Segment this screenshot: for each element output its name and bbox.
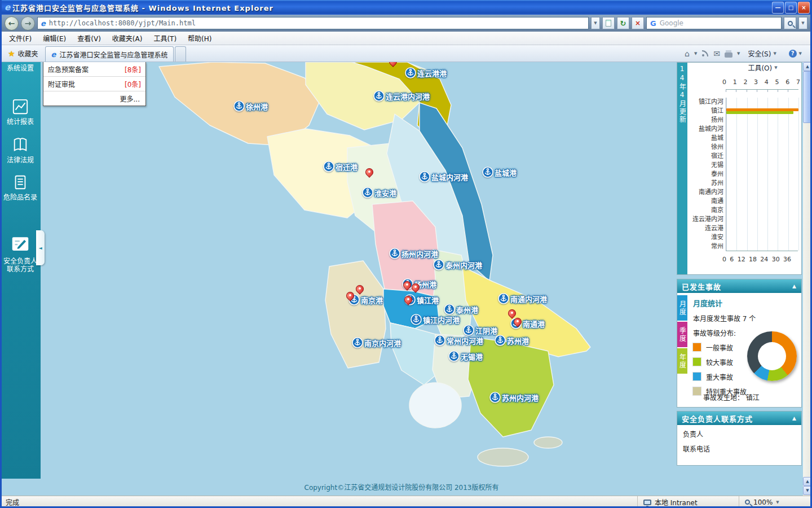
security-zone[interactable]: 本地 Intranet [637,496,739,508]
port-marker[interactable]: 宿迁港 [323,161,358,172]
collapse-arrow-icon[interactable]: ▲ [792,415,797,421]
bar-category-label: 镇江内河 [687,98,723,107]
port-marker[interactable]: 江阴港 [463,325,497,336]
port-label: 镇江内河港 [423,314,460,325]
anchor-icon [495,335,506,346]
anchor-icon [323,161,334,172]
scroll-down-button[interactable]: ▼ [803,486,812,495]
search-input[interactable]: G Google [646,17,782,29]
new-tab-stub[interactable] [175,46,186,62]
bar-categories: 镇江内河镇江扬州盐城内河盐城徐州宿迁无锡泰州苏州南通内河南通南京连云港内河连云港… [687,98,723,251]
map-pin-icon[interactable] [404,296,413,305]
quick-panel-row[interactable]: 附证审批 [0条] [43,77,145,91]
map-pin-icon[interactable] [355,285,364,294]
menu-item[interactable]: 收藏夹(A) [107,32,148,45]
map-pin-icon[interactable] [411,283,420,292]
toolbar-button[interactable]: 安全(S)▼ [744,46,780,60]
mail-button[interactable]: ✉ [713,49,720,58]
favorites-button[interactable]: ★ 收藏夹 [3,45,43,62]
sidebar-item-safety-contacts[interactable]: 安全负责人联系方式 [0,233,41,273]
forward-button[interactable]: → [21,16,35,30]
back-button[interactable]: ← [5,16,19,30]
port-marker[interactable]: 泰州内河港 [433,259,482,270]
refresh-button[interactable]: ↻ [617,17,629,29]
tab-main[interactable]: e 江苏省港口安全监管与应急管理系统 [45,46,174,62]
axis-tick-label: 7 [796,78,800,86]
toolbar-button[interactable]: 工具(O)▼ [744,60,780,75]
close-button[interactable]: × [798,2,810,14]
quick-panel-row[interactable]: 应急预案备案 [8条] [43,62,145,77]
print-button[interactable] [725,52,732,58]
port-marker[interactable]: 盐城港 [482,167,517,178]
port-marker[interactable]: 苏州内河港 [489,392,539,403]
vertical-scrollbar[interactable]: ▲ ▲ ▼ [803,62,812,496]
map-pin-icon[interactable] [508,309,517,318]
chevron-down-icon[interactable]: ▼ [737,51,740,56]
scrollbar-thumb[interactable] [803,71,812,123]
help-button[interactable]: ? ▼ [785,47,805,60]
address-dropdown-button[interactable]: ▼ [591,17,600,29]
sidebar-item-dangerous-goods[interactable]: 危险品名录 [0,174,41,202]
port-marker[interactable]: 南通内河港 [498,293,547,304]
collapse-arrow-icon[interactable]: ▲ [792,283,797,289]
menu-item[interactable]: 查看(V) [72,32,107,45]
feeds-icon[interactable] [701,50,709,57]
title-bar: e 江苏省港口安全监管与应急管理系统 - Windows Internet Ex… [0,0,812,15]
port-marker[interactable]: 徐州港 [233,100,268,112]
sidebar-item-system-settings[interactable]: 系统设置 [0,63,41,72]
port-marker[interactable]: 南京内河港 [352,337,401,348]
port-marker[interactable]: 常州内河港 [434,335,483,346]
tab-季度[interactable]: 季度 [677,322,687,347]
home-button[interactable]: ⌂ [685,49,690,58]
menu-item[interactable]: 工具(T) [148,32,182,45]
tab-年度[interactable]: 年度 [677,348,687,374]
address-input[interactable]: e http://localhost:8080/yjpt/Main.html [37,17,589,29]
anchor-icon [434,335,445,346]
port-marker[interactable]: 镇江内河港 [411,314,460,325]
maximize-button[interactable]: □ [785,2,797,14]
port-marker[interactable]: 无锡港 [448,351,483,362]
contact-panel: 安全负责人联系方式 ▲ 负责人联系电话 [677,411,802,466]
port-marker[interactable]: 连云港内河港 [373,90,430,102]
map-pin-icon[interactable] [403,281,412,290]
port-marker[interactable]: 连云港港 [405,67,447,78]
more-link[interactable]: 更多... [43,91,145,106]
port-marker[interactable]: 盐城内河港 [419,171,468,182]
bar-category-label: 盐城内河 [687,125,723,134]
toolbar-button-label: 工具(O) [748,63,772,72]
tab-月度[interactable]: 月度 [677,295,687,321]
port-label: 宿迁港 [336,161,358,172]
map-pin-icon[interactable] [513,318,522,327]
chevron-down-icon[interactable]: ▼ [694,51,697,56]
search-dropdown-button[interactable]: ▼ [798,17,807,29]
stop-button[interactable]: × [632,17,644,29]
anchor-icon [463,325,474,336]
scroll-up-button[interactable]: ▲ [803,477,812,486]
port-marker[interactable]: 泰州港 [444,304,478,315]
sidebar-collapse-handle[interactable]: ◄ [36,230,45,265]
menu-item[interactable]: 编辑(E) [37,32,72,45]
zoom-control[interactable]: 100% ▼ [739,496,812,508]
search-button[interactable] [784,17,796,29]
map-pin-icon[interactable] [365,168,374,177]
port-marker[interactable]: 淮安港 [362,187,396,198]
scroll-up-button[interactable]: ▲ [803,62,812,71]
gridline [726,98,727,251]
page-content: 连云港港连云港内河港徐州港宿迁港淮安港盐城内河港盐城港扬州内河港泰州内河港扬州港… [0,62,812,496]
menu-item[interactable]: 帮助(H) [182,32,217,45]
map-pin-icon[interactable] [389,62,398,67]
map-pin-icon[interactable] [346,292,355,301]
sidebar-item-stats[interactable]: 统计报表 [0,98,41,126]
accident-donut [747,331,797,381]
port-marker[interactable]: 扬州内河港 [389,248,438,259]
port-marker[interactable]: 苏州港 [495,335,529,346]
contact-panel-header[interactable]: 安全负责人联系方式 ▲ [677,411,801,425]
compatibility-view-button[interactable] [602,17,615,29]
status-text: 完成 [0,497,637,507]
chevron-down-icon: ▼ [799,51,802,56]
bar-category-label: 连云港内河 [687,215,723,224]
menu-item[interactable]: 文件(F) [3,32,37,45]
minimize-button[interactable]: — [772,2,784,14]
sidebar-item-laws[interactable]: 法律法规 [0,137,41,164]
accident-panel-header[interactable]: 已发生事故 ▲ [677,279,801,293]
